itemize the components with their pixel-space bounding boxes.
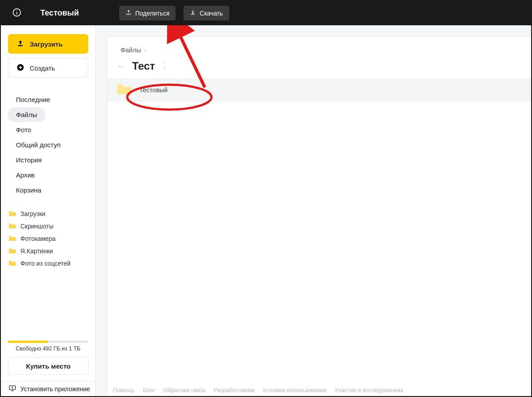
breadcrumb[interactable]: Файлы › [107, 37, 531, 54]
sidebar-item-label: Корзина [16, 186, 41, 194]
sidebar-folder[interactable]: Я.Картинки [1, 245, 95, 257]
create-button[interactable]: Создать [8, 58, 88, 78]
folder-icon [9, 210, 16, 217]
sidebar-folder-label: Фото из соцсетей [20, 260, 70, 267]
download-label: Скачать [200, 10, 223, 17]
buy-storage-button[interactable]: Купить место [8, 357, 89, 375]
breadcrumb-root[interactable]: Файлы [121, 47, 141, 54]
sidebar-item-label: Общий доступ [16, 141, 61, 149]
file-row[interactable]: Тестовый [107, 79, 531, 102]
sidebar-folder[interactable]: Загрузки [1, 208, 95, 220]
selection-title: Тестовый [40, 8, 111, 18]
upload-label: Загрузить [30, 40, 63, 48]
share-label: Поделиться [135, 10, 169, 17]
folder-icon [9, 260, 16, 267]
sidebar-folder[interactable]: Фото из соцсетей [1, 257, 95, 270]
footer-link[interactable]: Разработчикам [214, 387, 254, 393]
sidebar-item-label: Последние [16, 96, 50, 103]
download-button[interactable]: Скачать [184, 6, 229, 20]
svg-rect-3 [18, 45, 23, 46]
sidebar-folders: Загрузки Скриншоты Фотокамера Я.Картинки… [1, 208, 95, 270]
sidebar-item-trash[interactable]: Корзина [8, 183, 49, 197]
back-arrow-icon[interactable]: ← [116, 61, 127, 71]
sidebar-folder-label: Загрузки [20, 210, 45, 217]
sidebar: Загрузить Создать Последние Файлы Фото О… [1, 25, 96, 396]
sidebar-folder-label: Фотокамера [20, 235, 55, 242]
install-app-label: Установить приложение [20, 385, 90, 393]
sidebar-item-label: Архив [16, 171, 35, 179]
svg-point-2 [16, 10, 17, 11]
download-icon [190, 9, 196, 17]
topbar: Тестовый Поделиться Скачать [1, 1, 531, 25]
upload-icon [16, 39, 24, 49]
sidebar-item-label: История [16, 156, 42, 164]
folder-icon [117, 83, 131, 97]
sidebar-item-archive[interactable]: Архив [8, 168, 43, 182]
folder-icon [9, 235, 16, 242]
footer-link[interactable]: Блог [143, 387, 155, 393]
share-button[interactable]: Поделиться [119, 6, 176, 20]
sidebar-folder[interactable]: Скриншоты [1, 220, 95, 232]
folder-icon [9, 248, 16, 255]
footer-link[interactable]: Помощь [113, 387, 135, 393]
footer-links: Помощь Блог Обратная связь Разработчикам… [113, 387, 403, 393]
buy-storage-label: Купить место [26, 362, 70, 370]
sidebar-folder[interactable]: Фотокамера [1, 232, 95, 245]
kebab-menu-icon[interactable]: ⋮ [160, 65, 165, 67]
main-content: Файлы › ← Тест ⋮ Тестовый [107, 36, 531, 396]
sidebar-folder-label: Я.Картинки [20, 248, 53, 255]
desktop-download-icon [9, 385, 16, 393]
install-app-link[interactable]: Установить приложение [1, 381, 95, 396]
create-label: Создать [30, 64, 55, 72]
storage-text: Свободно 492 ГБ из 1 ТБ [8, 346, 88, 352]
sidebar-item-photo[interactable]: Фото [8, 122, 39, 137]
sidebar-folder-label: Скриншоты [20, 223, 54, 230]
footer-link[interactable]: Участие в исследованиях [335, 387, 403, 393]
sidebar-item-label: Фото [16, 126, 31, 134]
upload-button[interactable]: Загрузить [8, 34, 88, 54]
folder-icon [9, 223, 16, 230]
chevron-right-icon: › [145, 47, 146, 53]
file-name: Тестовый [139, 86, 168, 94]
share-icon [125, 9, 132, 17]
sidebar-item-label: Файлы [16, 111, 37, 118]
sidebar-nav: Последние Файлы Фото Общий доступ Истори… [1, 92, 95, 198]
storage-bar [8, 341, 88, 343]
info-icon[interactable] [12, 8, 21, 19]
sidebar-item-recent[interactable]: Последние [8, 92, 58, 107]
footer-link[interactable]: Обратная связь [163, 387, 206, 393]
sidebar-item-files[interactable]: Файлы [8, 107, 45, 122]
sidebar-item-shared[interactable]: Общий доступ [8, 138, 69, 152]
plus-circle-icon [16, 63, 24, 73]
folder-title: Тест [132, 60, 155, 72]
storage-bar-fill [8, 341, 48, 343]
sidebar-item-history[interactable]: История [8, 153, 50, 167]
footer-link[interactable]: Условия использования [262, 387, 326, 393]
